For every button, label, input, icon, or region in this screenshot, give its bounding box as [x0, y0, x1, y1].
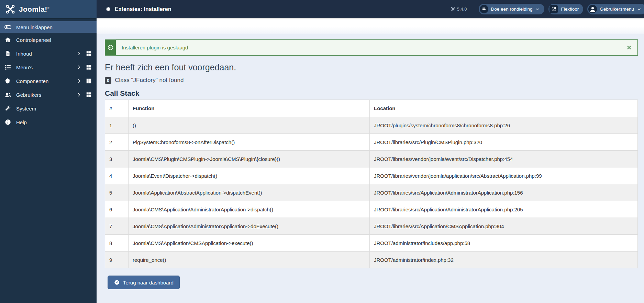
sidebar-item-label: Componenten — [16, 78, 48, 84]
callstack-title: Call Stack — [105, 89, 638, 97]
sidebar-item-label: Controlepaneel — [16, 37, 51, 43]
users-icon — [4, 91, 12, 98]
stack-function: Joomla\CMS\Application\AdministratorAppl… — [129, 218, 370, 235]
error-message: Class "JFactory" not found — [115, 77, 184, 84]
sidebar-item[interactable]: Systeem — [0, 102, 97, 115]
content: Installeren plugin is geslaagd Er heeft … — [97, 34, 644, 289]
sidebar-menu: Controlepaneel Inhoud Menu's — [0, 33, 97, 129]
check-circle-icon — [105, 39, 116, 56]
table-row: 2 PlgSystemChronoforms8->onAfterDispatch… — [105, 134, 638, 151]
stack-location: JROOT/administrator/index.php:32 — [370, 252, 638, 268]
column-header-location: Location — [370, 100, 638, 117]
logo-text: Joomla!® — [19, 5, 49, 13]
user-menu-label: Gebruikersmenu — [600, 7, 634, 12]
table-row: 9 require_once() JROOT/administrator/ind… — [105, 252, 638, 268]
joomla-version-icon — [451, 7, 455, 11]
sidebar-item-label: Menu's — [16, 65, 33, 70]
table-row: 5 Joomla\Application\AbstractApplication… — [105, 184, 638, 201]
dashboard-grid-icon[interactable] — [86, 64, 92, 71]
stack-function: () — [129, 117, 370, 134]
dashboard-grid-icon[interactable] — [86, 78, 92, 84]
stack-function: Joomla\CMS\Plugin\CMSPlugin->Joomla\CMS\… — [129, 151, 370, 167]
dashboard-grid-icon[interactable] — [86, 92, 92, 98]
joomla-version: 5.4.0 — [451, 7, 467, 12]
stack-location: JROOT/administrator/includes/app.php:58 — [370, 235, 638, 252]
stack-function: Joomla\Event\Dispatcher->dispatch() — [129, 167, 370, 184]
sidebar-item[interactable]: Inhoud — [0, 47, 97, 60]
sidebar-item[interactable]: Componenten — [0, 74, 97, 88]
stack-location: JROOT/libraries/src/Application/Administ… — [370, 184, 638, 201]
stack-number: 6 — [105, 201, 129, 218]
sidebar-item[interactable]: Gebruikers — [0, 88, 97, 102]
chevron-right-icon — [77, 92, 81, 97]
registered-mark: ® — [47, 7, 49, 10]
stack-function: Joomla\Application\AbstractApplication->… — [129, 184, 370, 201]
error-code-badge: 0 — [105, 77, 111, 84]
stack-function: Joomla\CMS\Application\AdministratorAppl… — [129, 201, 370, 218]
back-to-dashboard-button[interactable]: Terug naar dashboard — [108, 276, 180, 289]
logo-area: Joomla!® — [0, 0, 97, 18]
signpost-icon — [480, 5, 488, 13]
stack-location: JROOT/libraries/vendor/joomla/applicatio… — [370, 167, 638, 184]
stack-number: 8 — [105, 235, 129, 252]
sidebar-item[interactable]: Controlepaneel — [0, 33, 97, 47]
external-link-icon — [549, 5, 558, 13]
callstack-table: # Function Location 1 () JROOT/plugins/s… — [105, 100, 638, 268]
stack-function: require_once() — [129, 252, 370, 268]
stack-number: 5 — [105, 184, 129, 201]
chevron-down-icon — [535, 7, 540, 12]
puzzle-icon — [4, 78, 12, 84]
stack-number: 1 — [105, 117, 129, 134]
sidebar-item[interactable]: Help — [0, 115, 97, 129]
page-title: Extensies: Installeren — [115, 6, 171, 12]
joomla-logo-icon — [5, 4, 15, 14]
stack-number: 3 — [105, 151, 129, 167]
sidebar-item-label: Gebruikers — [16, 92, 41, 98]
site-preview-button[interactable]: Flexfloor — [548, 4, 583, 14]
chevron-right-icon — [77, 51, 81, 56]
user-menu-button[interactable]: Gebruikersmenu — [587, 4, 644, 14]
error-heading: Er heeft zich een fout voorgedaan. — [105, 62, 638, 72]
table-row: 7 Joomla\CMS\Application\AdministratorAp… — [105, 218, 638, 235]
sidebar: Menu inklappen Controlepaneel Inhoud — [0, 18, 97, 303]
column-header-function: Function — [129, 100, 370, 117]
info-icon — [4, 119, 12, 126]
sidebar-item[interactable]: Menu's — [0, 60, 97, 74]
version-label: 5.4.0 — [457, 7, 467, 12]
column-header-number: # — [105, 100, 129, 117]
table-row: 4 Joomla\Event\Dispatcher->dispatch() JR… — [105, 167, 638, 184]
stack-function: PlgSystemChronoforms8->onAfterDispatch() — [129, 134, 370, 151]
chevron-right-icon — [77, 79, 81, 83]
stack-number: 7 — [105, 218, 129, 235]
chevron-down-icon — [637, 7, 642, 12]
stack-location: JROOT/libraries/src/Application/Administ… — [370, 201, 638, 218]
stack-location: JROOT/plugins/system/chronoforms8/chrono… — [370, 117, 638, 134]
puzzle-icon — [106, 6, 111, 12]
chevron-right-icon — [77, 65, 81, 70]
table-row: 1 () JROOT/plugins/system/chronoforms8/c… — [105, 117, 638, 134]
table-row: 6 Joomla\CMS\Application\AdministratorAp… — [105, 201, 638, 218]
stack-number: 2 — [105, 134, 129, 151]
wrench-icon — [4, 105, 12, 112]
back-to-dashboard-label: Terug naar dashboard — [123, 280, 174, 285]
gauge-icon — [114, 279, 120, 285]
dashboard-grid-icon[interactable] — [86, 50, 92, 57]
toolbar-strip — [97, 18, 644, 34]
stack-number: 9 — [105, 252, 129, 268]
topbar-actions: 5.4.0 Doe een rondleiding Flexfloor — [451, 4, 644, 14]
success-alert-message: Installeren plugin is geslaagd — [116, 40, 621, 55]
menu-collapse-toggle[interactable]: Menu inklappen — [0, 21, 97, 33]
top-bar: Joomla!® Extensies: Installeren 5.4.0 — [0, 0, 644, 18]
main-area: Installeren plugin is geslaagd Er heeft … — [97, 18, 644, 303]
stack-location: JROOT/libraries/vendor/joomla/event/src/… — [370, 151, 638, 167]
home-icon — [4, 36, 12, 43]
table-header-row: # Function Location — [105, 100, 638, 117]
file-icon — [4, 50, 12, 57]
menu-collapse-label: Menu inklappen — [16, 24, 53, 30]
stack-number: 4 — [105, 167, 129, 184]
tour-button[interactable]: Doe een rondleiding — [479, 4, 545, 14]
close-icon[interactable] — [621, 40, 637, 55]
sidebar-item-label: Systeem — [16, 106, 36, 112]
table-row: 8 Joomla\CMS\Application\CMSApplication-… — [105, 235, 638, 252]
sidebar-item-label: Inhoud — [16, 51, 32, 57]
